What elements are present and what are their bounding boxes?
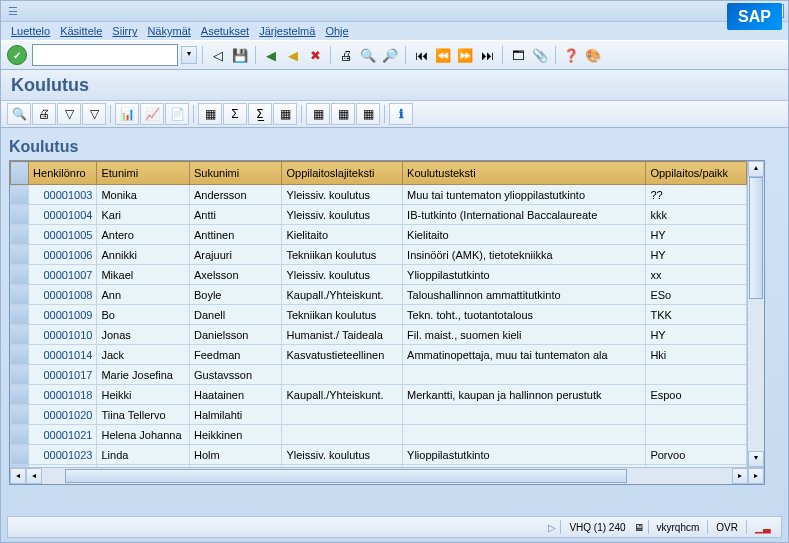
cell-place[interactable]: Hki xyxy=(646,345,747,365)
details-button[interactable]: 🔍 xyxy=(7,103,31,125)
cell-place[interactable] xyxy=(646,425,747,445)
cell-id[interactable]: 00001006 xyxy=(29,245,97,265)
excel-button[interactable]: 📈 xyxy=(140,103,164,125)
cell-edutype[interactable] xyxy=(282,365,403,385)
enter-button[interactable]: ✓ xyxy=(7,45,27,65)
cell-firstname[interactable]: Jack xyxy=(97,345,190,365)
cell-edutext[interactable]: Kasvatust. lis., kasvatustiede xyxy=(403,465,646,468)
shortcut-icon[interactable]: 📎 xyxy=(530,45,550,65)
cell-firstname[interactable]: Monika xyxy=(97,185,190,205)
cell-edutext[interactable]: Insinööri (AMK), tietotekniikka xyxy=(403,245,646,265)
table-row[interactable]: 00001009 Bo Danell Tekniikan koulutus Te… xyxy=(11,305,747,325)
scroll-up-button[interactable]: ▴ xyxy=(748,161,764,177)
cell-edutype[interactable]: Yleissiv. koulutus xyxy=(282,265,403,285)
cell-edutype[interactable]: Tekniikan koulutus xyxy=(282,305,403,325)
cell-id[interactable]: 00001010 xyxy=(29,325,97,345)
row-header[interactable] xyxy=(11,445,29,465)
command-dropdown[interactable]: ▾ xyxy=(181,46,197,64)
hscroll-thumb[interactable] xyxy=(65,469,627,483)
cell-id[interactable]: 00001007 xyxy=(29,265,97,285)
row-header[interactable] xyxy=(11,225,29,245)
nav-left-icon[interactable]: ◁ xyxy=(208,45,228,65)
scroll-right2-button[interactable]: ▸ xyxy=(748,468,764,484)
cell-lastname[interactable]: Andersson xyxy=(189,185,282,205)
select-layout-button[interactable]: ▦ xyxy=(306,103,330,125)
cell-lastname[interactable]: Danell xyxy=(189,305,282,325)
cell-lastname[interactable]: Holm xyxy=(189,445,282,465)
cell-edutype[interactable]: Kielitaito xyxy=(282,225,403,245)
vertical-scrollbar[interactable]: ▴ ▾ xyxy=(747,161,764,467)
cell-firstname[interactable]: Magnus xyxy=(97,465,190,468)
info-button[interactable]: ℹ xyxy=(389,103,413,125)
cell-edutype[interactable]: Humanist./ Taideala xyxy=(282,325,403,345)
wordproc-button[interactable]: 📄 xyxy=(165,103,189,125)
cell-id[interactable]: 00001008 xyxy=(29,285,97,305)
print-button[interactable]: 🖨 xyxy=(32,103,56,125)
cell-lastname[interactable]: Gustavsson xyxy=(189,365,282,385)
cell-lastname[interactable]: Feedman xyxy=(189,345,282,365)
cell-edutext[interactable]: IB-tutkinto (International Baccalaureate xyxy=(403,205,646,225)
cell-edutext[interactable]: Merkantti, kaupan ja hallinnon perustutk xyxy=(403,385,646,405)
app-menu-icon[interactable]: ☰ xyxy=(5,4,21,18)
cell-place[interactable]: xx xyxy=(646,265,747,285)
cell-firstname[interactable]: Tiina Tellervo xyxy=(97,405,190,425)
print-icon[interactable]: 🖨 xyxy=(336,45,356,65)
cell-id[interactable]: 00001003 xyxy=(29,185,97,205)
menu-nakymat[interactable]: Näkymät xyxy=(143,24,194,38)
table-row[interactable]: 00001008 Ann Boyle Kaupall./Yhteiskunt. … xyxy=(11,285,747,305)
table-row[interactable]: 00001017 Marie Josefina Gustavsson xyxy=(11,365,747,385)
cell-edutext[interactable]: Taloushallinnon ammattitutkinto xyxy=(403,285,646,305)
cell-edutype[interactable]: Kasvatustieteellinen xyxy=(282,465,403,468)
layout-icon[interactable]: 🎨 xyxy=(583,45,603,65)
cell-place[interactable] xyxy=(646,365,747,385)
col-oppilaitoslaji[interactable]: Oppilaitoslajiteksti xyxy=(282,162,403,185)
col-sukunimi[interactable]: Sukunimi xyxy=(189,162,282,185)
save-layout-button[interactable]: ▦ xyxy=(356,103,380,125)
cell-edutext[interactable] xyxy=(403,365,646,385)
first-page-icon[interactable]: ⏮ xyxy=(411,45,431,65)
find-next-icon[interactable]: 🔎 xyxy=(380,45,400,65)
export-button[interactable]: 📊 xyxy=(115,103,139,125)
cell-id[interactable]: 00001021 xyxy=(29,425,97,445)
cell-edutype[interactable]: Yleissiv. koulutus xyxy=(282,185,403,205)
cell-id[interactable]: 00001018 xyxy=(29,385,97,405)
cell-place[interactable] xyxy=(646,405,747,425)
last-page-icon[interactable]: ⏭ xyxy=(477,45,497,65)
filter-button[interactable]: ▽ xyxy=(82,103,106,125)
scroll-down-button[interactable]: ▾ xyxy=(748,451,764,467)
change-layout-button[interactable]: ▦ xyxy=(331,103,355,125)
next-page-icon[interactable]: ⏩ xyxy=(455,45,475,65)
cell-id[interactable]: 00001020 xyxy=(29,405,97,425)
cell-id[interactable]: 00001014 xyxy=(29,345,97,365)
create-session-icon[interactable]: 🗔 xyxy=(508,45,528,65)
sort-asc-button[interactable]: ▽ xyxy=(57,103,81,125)
cell-lastname[interactable]: Danielsson xyxy=(189,325,282,345)
row-header[interactable] xyxy=(11,285,29,305)
col-oppilaitos[interactable]: Oppilaitos/paikk xyxy=(646,162,747,185)
cell-edutext[interactable]: Ylioppilastutkinto xyxy=(403,445,646,465)
row-header[interactable] xyxy=(11,305,29,325)
cell-edutext[interactable] xyxy=(403,425,646,445)
find-icon[interactable]: 🔍 xyxy=(358,45,378,65)
cell-id[interactable]: 00001025 xyxy=(29,465,97,468)
cell-place[interactable]: kkk xyxy=(646,205,747,225)
cell-edutype[interactable] xyxy=(282,425,403,445)
menu-luettelo[interactable]: Luettelo xyxy=(7,24,54,38)
cell-edutype[interactable]: Tekniikan koulutus xyxy=(282,245,403,265)
back-icon[interactable]: ◀ xyxy=(261,45,281,65)
cell-lastname[interactable]: Axelsson xyxy=(189,265,282,285)
cell-edutext[interactable]: Muu tai tuntematon ylioppilastutkinto xyxy=(403,185,646,205)
menu-ohje[interactable]: Ohje xyxy=(321,24,352,38)
cell-id[interactable]: 00001023 xyxy=(29,445,97,465)
cell-edutype[interactable]: Kaupall./Yhteiskunt. xyxy=(282,385,403,405)
cell-id[interactable]: 00001009 xyxy=(29,305,97,325)
table-row[interactable]: 00001007 Mikael Axelsson Yleissiv. koulu… xyxy=(11,265,747,285)
scroll-right-button[interactable]: ▸ xyxy=(732,468,748,484)
table-row[interactable]: 00001003 Monika Andersson Yleissiv. koul… xyxy=(11,185,747,205)
cell-lastname[interactable]: Jacobsson xyxy=(189,465,282,468)
cell-place[interactable]: TKK xyxy=(646,305,747,325)
cell-lastname[interactable]: Heikkinen xyxy=(189,425,282,445)
table-row[interactable]: 00001010 Jonas Danielsson Humanist./ Tai… xyxy=(11,325,747,345)
cell-place[interactable]: ESo xyxy=(646,285,747,305)
cell-lastname[interactable]: Anttinen xyxy=(189,225,282,245)
